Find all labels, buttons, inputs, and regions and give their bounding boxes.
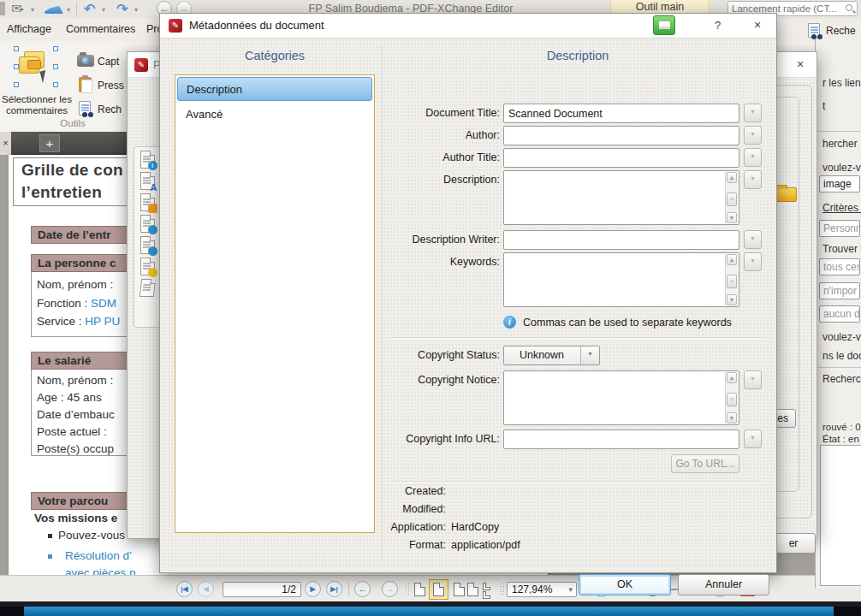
copyright-status-select[interactable]: Unknown xyxy=(503,346,600,365)
search-results-list[interactable] xyxy=(820,445,861,586)
description-textarea[interactable]: ▲≡▼ xyxy=(503,170,739,225)
taskbar-end xyxy=(0,607,24,616)
description-writer-field[interactable] xyxy=(503,230,739,250)
select-comments-label: Sélectionner les commentaires xyxy=(0,94,74,116)
description-header: Description xyxy=(386,49,769,62)
selection-handle xyxy=(14,46,19,51)
match-all-combo[interactable] xyxy=(819,258,860,275)
history-dropdown-button[interactable] xyxy=(744,370,762,389)
category-item-description[interactable]: Description xyxy=(177,77,372,101)
history-dropdown-button[interactable] xyxy=(744,170,762,189)
view-forward-button[interactable]: → xyxy=(382,581,398,597)
search-section-label: Recherche xyxy=(822,373,861,385)
help-icon[interactable]: ? xyxy=(715,19,721,32)
history-dropdown-button[interactable] xyxy=(744,252,762,271)
two-page-layout-icon2[interactable] xyxy=(467,583,478,596)
scroll-icon[interactable] xyxy=(139,279,155,297)
history-dropdown-button[interactable] xyxy=(744,126,762,145)
copyright-url-field[interactable] xyxy=(503,429,739,449)
history-dropdown-button[interactable] xyxy=(744,429,762,448)
document-title-field[interactable] xyxy=(503,104,739,123)
folder-icon[interactable] xyxy=(775,187,797,202)
prev-page-button[interactable]: ◀ xyxy=(198,581,214,597)
panel-fragment-t[interactable]: t xyxy=(822,100,825,112)
author-title-label: Author Title: xyxy=(386,151,500,163)
doc-line: Poste actuel : xyxy=(37,425,107,438)
doc-search-icon[interactable] xyxy=(140,215,155,233)
history-dropdown-button[interactable] xyxy=(744,230,762,249)
author-field[interactable] xyxy=(503,126,739,145)
author-title-field[interactable] xyxy=(503,148,739,168)
toolbar-grip[interactable] xyxy=(405,583,409,596)
metadata-dialog-titlebar[interactable]: ✎ Métadonnées du document ? × xyxy=(160,14,776,38)
green-tool-icon[interactable] xyxy=(653,15,675,35)
doc-actions-icon[interactable] xyxy=(140,258,155,275)
match-any-combo[interactable] xyxy=(819,282,860,299)
scan-tool-icon[interactable] xyxy=(45,4,63,14)
single-page-layout-icon[interactable] xyxy=(414,583,425,596)
button-fragment-er[interactable]: er xyxy=(771,533,816,554)
doc-line: Poste(s) occup xyxy=(37,442,114,455)
panel-fragment-links[interactable]: r les liens xyxy=(822,77,861,89)
go-to-url-button[interactable]: Go To URL... xyxy=(671,454,739,473)
view-back-button[interactable]: ← xyxy=(354,581,371,597)
capture-icon[interactable] xyxy=(77,55,94,67)
scrollbar[interactable]: ▲≡▼ xyxy=(725,172,738,223)
email-caret-icon[interactable]: ▾ xyxy=(31,6,34,14)
doc-fonts-icon[interactable]: A xyxy=(140,172,155,190)
divider xyxy=(390,481,765,482)
history-dropdown-button[interactable] xyxy=(744,104,762,122)
ok-button[interactable]: OK xyxy=(579,574,671,595)
scrollbar[interactable]: ▲≡▼ xyxy=(725,254,738,305)
divider xyxy=(76,2,77,16)
metadata-dialog-title: Métadonnées du document xyxy=(189,19,324,32)
redo-caret-icon[interactable]: ▾ xyxy=(134,6,138,14)
person-combo[interactable] xyxy=(819,220,860,237)
select-comments-tool[interactable]: Sélectionner les commentaires xyxy=(0,41,77,127)
paste-icon[interactable] xyxy=(79,77,92,92)
continuous-layout-icon[interactable] xyxy=(433,583,444,596)
first-page-button[interactable]: |◀ xyxy=(176,581,193,597)
doc-security-icon[interactable] xyxy=(140,193,155,211)
grid-layout-icon2[interactable] xyxy=(483,591,490,599)
category-icon-strip: i A xyxy=(134,146,161,328)
copyright-status-label: Copyright Status: xyxy=(386,349,500,361)
copyright-notice-textarea[interactable]: ▲≡▼ xyxy=(503,370,739,425)
toolbar-grip[interactable] xyxy=(500,583,504,596)
search-query-input[interactable] xyxy=(819,175,860,192)
new-tab-button[interactable]: + xyxy=(39,134,60,152)
scrollbar[interactable]: ▲≡▼ xyxy=(725,372,738,424)
copyright-notice-label: Copyright Notice: xyxy=(386,374,500,386)
two-page-layout-icon[interactable] xyxy=(454,583,465,596)
zoom-level-field[interactable]: 127,94% xyxy=(507,582,577,597)
capture-label[interactable]: Capt xyxy=(98,56,119,68)
cancel-button[interactable]: Annuler xyxy=(678,574,769,595)
next-page-button[interactable]: ▶ xyxy=(305,581,321,597)
match-none-combo[interactable] xyxy=(819,305,860,323)
last-page-button[interactable]: ▶| xyxy=(326,581,342,597)
search-doc-icon[interactable] xyxy=(79,101,91,116)
tab-close-icon[interactable]: × xyxy=(0,132,11,155)
close-icon[interactable]: × xyxy=(754,18,761,32)
menu-affichage[interactable]: Affichage xyxy=(7,23,51,35)
redo-icon[interactable]: ↷ xyxy=(116,1,128,17)
undo-icon[interactable]: ↶ xyxy=(84,1,95,17)
search-label[interactable]: Rech xyxy=(98,104,122,116)
paste-label[interactable]: Press xyxy=(98,80,124,92)
divider xyxy=(169,566,769,566)
doc-settings-icon[interactable] xyxy=(140,236,155,254)
keywords-textarea[interactable]: ▲≡▼ xyxy=(503,252,739,307)
application-label: Application: xyxy=(386,521,446,533)
selection-handle xyxy=(14,82,19,87)
category-item-avance[interactable]: Avancé xyxy=(177,103,372,127)
close-icon[interactable]: × xyxy=(797,57,804,71)
advanced-criteria-link[interactable]: Critères a xyxy=(822,202,861,214)
page-number-field[interactable]: 1/2 xyxy=(223,582,301,597)
history-dropdown-button[interactable] xyxy=(744,148,762,167)
doc-info-icon[interactable]: i xyxy=(140,151,155,169)
categories-list[interactable]: Description Avancé xyxy=(175,74,375,533)
undo-caret-icon[interactable]: ▾ xyxy=(102,6,105,14)
grid-layout-icon[interactable] xyxy=(483,583,490,590)
menu-commentaires[interactable]: Commentaires xyxy=(66,23,135,35)
scan-caret-icon[interactable]: ▾ xyxy=(67,6,70,14)
